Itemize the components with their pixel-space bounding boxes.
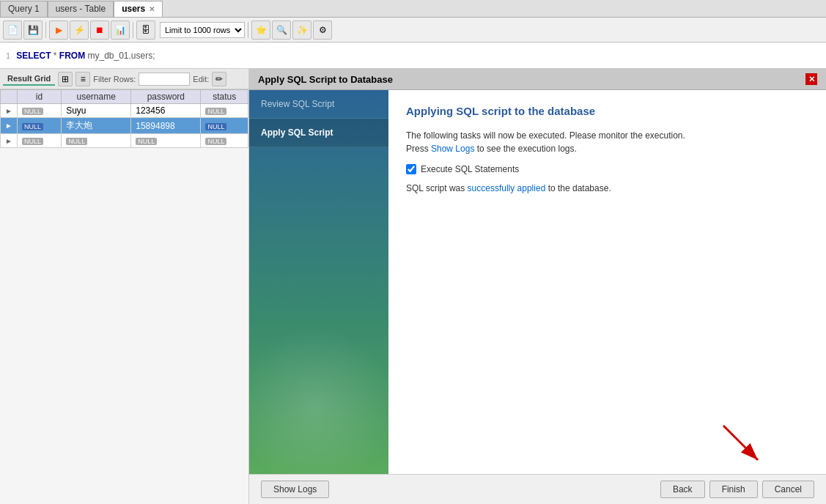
form-view-btn[interactable]: ≡ — [75, 72, 90, 86]
null-badge: NULL — [22, 123, 43, 130]
tab-query1[interactable]: Query 1 — [0, 1, 48, 17]
col-username[interactable]: username — [62, 90, 131, 104]
col-password[interactable]: password — [131, 90, 201, 104]
cell-username: 李大炮 — [62, 118, 131, 134]
cell-username: Suyu — [62, 104, 131, 118]
row-indicator: ► — [1, 118, 18, 134]
explain-btn[interactable]: 📊 — [111, 21, 130, 40]
back-button[interactable]: Back — [660, 481, 705, 498]
edit-btn[interactable]: ✏ — [212, 72, 226, 86]
find-btn[interactable]: 🔍 — [272, 21, 291, 40]
stop-btn[interactable]: ⏹ — [90, 21, 109, 40]
bookmark-icon: ⭐ — [256, 25, 267, 35]
edit-label: Edit: — [193, 75, 209, 84]
wizard-content: Applying SQL script to the database The … — [388, 90, 826, 474]
form-icon: ≡ — [81, 74, 86, 84]
wizard-close-btn[interactable]: ✕ — [805, 73, 817, 85]
schema-icon: 🗄 — [141, 25, 150, 35]
tab-users-table[interactable]: users - Table — [48, 1, 114, 17]
table-row[interactable]: ► NULL Suyu 123456 NULL — [1, 104, 248, 118]
red-arrow-indicator — [720, 422, 764, 466]
wizard-dialog-title: Apply SQL Script to Database — [258, 74, 393, 85]
table-row[interactable]: ► NULL 李大炮 15894898 NULL — [1, 118, 248, 134]
wizard-sidebar-bg — [249, 147, 388, 474]
col-status[interactable]: status — [201, 90, 248, 104]
context-btn[interactable]: ⚙ — [313, 21, 332, 40]
grid-icon: ⊞ — [62, 74, 69, 84]
right-panel: Apply SQL Script to Database ✕ Review SQ… — [249, 69, 826, 504]
execute-current-icon: ⚡ — [74, 25, 85, 35]
context-icon: ⚙ — [319, 25, 327, 35]
find-icon: 🔍 — [276, 25, 287, 35]
cell-status: NULL — [201, 134, 248, 148]
cell-username: NULL — [62, 134, 131, 148]
sql-text: SELECT * FROM my_db_01.users; — [16, 51, 155, 61]
row-indicator-header — [1, 90, 18, 104]
null-badge: NULL — [22, 138, 43, 145]
execute-btn[interactable]: ▶ — [49, 21, 68, 40]
cell-id: NULL — [17, 104, 61, 118]
explain-icon: 📊 — [115, 25, 126, 35]
show-logs-link: Show Logs — [431, 144, 474, 154]
main-content: Result Grid ⊞ ≡ Filter Rows: Edit: ✏ id — [0, 69, 826, 504]
left-panel: Result Grid ⊞ ≡ Filter Rows: Edit: ✏ id — [0, 69, 249, 504]
data-table: id username password status ► NULL Suyu … — [0, 89, 248, 148]
cell-status: NULL — [201, 118, 248, 134]
null-badge: NULL — [205, 108, 226, 115]
keyword-from: FROM — [59, 51, 85, 61]
wizard-header: Apply SQL Script to Database ✕ — [249, 69, 826, 90]
col-id[interactable]: id — [17, 90, 61, 104]
table-row[interactable]: ► NULL NULL NULL NULL — [1, 134, 248, 148]
filter-label: Filter Rows: — [93, 75, 136, 84]
sql-table-ref: my_db_01.users; — [88, 51, 155, 61]
cell-status: NULL — [201, 104, 248, 118]
cell-password: 123456 — [131, 104, 201, 118]
keyword-select: SELECT — [16, 51, 51, 61]
success-message: SQL script was successfully applied to t… — [406, 183, 808, 193]
bookmark-btn[interactable]: ⭐ — [251, 21, 270, 40]
beautify-btn[interactable]: ✨ — [292, 21, 311, 40]
execute-icon: ▶ — [56, 25, 62, 35]
close-tab-icon[interactable]: ✕ — [149, 5, 155, 13]
cancel-button[interactable]: Cancel — [762, 481, 814, 498]
limit-select[interactable]: Limit to 1000 rows Limit to 200 rows Don… — [160, 22, 245, 38]
row-indicator: ► — [1, 134, 18, 148]
save-btn[interactable]: 💾 — [23, 21, 43, 40]
new-file-btn[interactable]: 📄 — [3, 21, 22, 40]
row-indicator: ► — [1, 104, 18, 118]
result-toolbar: Result Grid ⊞ ≡ Filter Rows: Edit: ✏ — [0, 69, 248, 89]
table-container: id username password status ► NULL Suyu … — [0, 89, 248, 504]
edit-icon: ✏ — [215, 74, 223, 84]
wizard-content-title: Applying SQL script to the database — [406, 105, 808, 117]
null-badge: NULL — [66, 138, 87, 145]
result-grid-tab[interactable]: Result Grid — [3, 73, 55, 86]
show-logs-button[interactable]: Show Logs — [261, 481, 329, 498]
sql-editor[interactable]: 1 SELECT * FROM my_db_01.users; — [0, 42, 826, 69]
finish-button[interactable]: Finish — [709, 481, 758, 498]
separator3 — [248, 22, 248, 38]
execute-current-btn[interactable]: ⚡ — [70, 21, 89, 40]
success-highlight: successfully applied — [468, 183, 546, 193]
filter-input[interactable] — [139, 73, 190, 86]
wizard-step-apply[interactable]: Apply SQL Script — [249, 119, 388, 147]
wizard-sidebar: Review SQL Script Apply SQL Script — [249, 90, 388, 474]
null-badge: NULL — [205, 123, 226, 130]
tab-users[interactable]: users ✕ — [114, 1, 163, 17]
wizard-step-review[interactable]: Review SQL Script — [249, 90, 388, 119]
grid-toggle-btn[interactable]: ⊞ — [58, 72, 73, 86]
schema-btn[interactable]: 🗄 — [136, 21, 155, 40]
separator2 — [133, 22, 133, 38]
null-badge: NULL — [136, 138, 157, 145]
cell-password: 15894898 — [131, 118, 201, 134]
separator1 — [45, 22, 46, 38]
execute-checkbox[interactable] — [406, 164, 416, 174]
wizard-footer: Show Logs Back Finish Cancel — [249, 474, 826, 504]
cell-id: NULL — [17, 134, 61, 148]
footer-left: Show Logs — [261, 481, 329, 498]
sql-operator: * — [54, 51, 59, 61]
table-header-row: id username password status — [1, 90, 248, 104]
save-icon: 💾 — [28, 25, 39, 35]
wizard-body: Review SQL Script Apply SQL Script Apply… — [249, 90, 826, 474]
limit-select-container: Limit to 1000 rows Limit to 200 rows Don… — [160, 22, 245, 38]
stop-icon: ⏹ — [95, 25, 104, 35]
